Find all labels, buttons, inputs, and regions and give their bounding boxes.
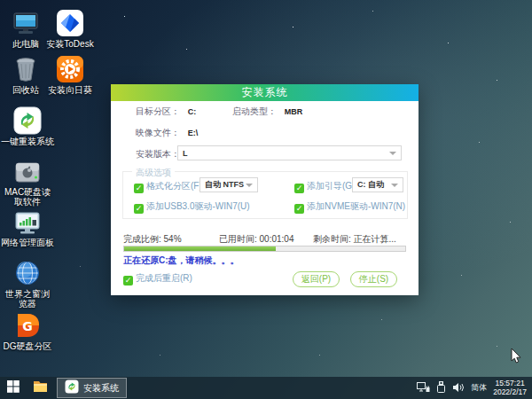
wallpaper-stars <box>0 0 1 1</box>
browser-globe-icon <box>13 257 42 287</box>
format-partition-checkbox[interactable]: ✓格式化分区(F): <box>134 180 205 193</box>
progress-fill <box>124 246 276 251</box>
windows-logo-icon <box>7 380 20 396</box>
desktop-icon-install-sunflower[interactable]: 安装向日葵 <box>43 53 97 95</box>
start-button[interactable] <box>0 377 27 399</box>
desktop-icon-label: 安装ToDesk <box>46 39 93 49</box>
taskbar-task-label: 安装系统 <box>83 382 119 395</box>
taskbar-active-task[interactable]: 安装系统 <box>57 378 127 398</box>
progress-bar <box>123 246 406 252</box>
desktop-icon-install-todesk[interactable]: 安装ToDesk <box>43 7 97 49</box>
checkbox-checked-icon: ✓ <box>123 276 133 286</box>
boot-type-value: MBR <box>285 107 303 116</box>
desktop-icon-label: 世界之窗浏览器 <box>2 289 53 309</box>
stop-button[interactable]: 停止(S) <box>350 271 397 287</box>
desktop-icon-mac-disk-reader[interactable]: MAC硬盘读取软件 <box>2 155 53 207</box>
reboot-after-checkbox[interactable]: ✓完成后重启(R) <box>123 272 192 286</box>
checkbox-checked-icon: ✓ <box>134 204 144 214</box>
progress-elapsed-label: 已用时间: 00:01:04 <box>219 233 293 246</box>
desktop-icon-network-panel[interactable]: 网络管理面板 <box>0 206 55 247</box>
desktop-icon-onekey-reinstall[interactable]: 一键重装系统 <box>0 105 55 146</box>
network-icon[interactable] <box>417 380 430 396</box>
recycle-bin-icon <box>12 53 39 83</box>
network-panel-icon <box>13 206 42 236</box>
checkbox-checked-icon: ✓ <box>134 184 144 193</box>
sunflower-icon <box>56 53 84 83</box>
desktop-icon-label: 一键重装系统 <box>1 137 54 146</box>
installer-app-icon <box>65 379 79 397</box>
target-partition-label: 目标分区： <box>136 106 180 116</box>
boot-type-row: 启动类型： MBR <box>232 106 302 118</box>
install-system-dialog: 安装系统 目标分区： C: 启动类型： MBR 映像文件： E:\ 安装版本： … <box>111 84 419 295</box>
mouse-cursor <box>511 348 522 368</box>
diskgenius-icon: G <box>14 309 41 340</box>
chevron-down-icon <box>246 184 253 187</box>
checkbox-checked-icon: ✓ <box>294 184 304 193</box>
format-type-select[interactable]: 自动 NTFS <box>200 177 258 192</box>
image-file-label: 映像文件： <box>136 128 180 137</box>
desktop-icon-this-pc[interactable]: 此电脑 <box>2 7 50 49</box>
install-version-label: 安装版本： <box>136 148 180 160</box>
boot-target-select[interactable]: C: 自动 <box>352 177 403 192</box>
this-pc-icon <box>12 7 40 37</box>
checkbox-checked-icon: ✓ <box>294 204 304 214</box>
boot-type-label: 启动类型： <box>232 106 277 116</box>
install-version-value: L <box>183 149 188 158</box>
mac-disk-icon <box>13 155 42 185</box>
clock-date: 2022/2/17 <box>493 388 527 397</box>
advanced-options-legend: 高级选项 <box>132 167 175 179</box>
desktop-icon-label: DG硬盘分区 <box>4 341 52 351</box>
target-partition-value: C: <box>188 107 197 116</box>
usb3-driver-checkbox[interactable]: ✓添加USB3.0驱动-WIN7(U) <box>134 200 250 214</box>
restore-status-text: 正在还原C:盘，请稍候。。。 <box>123 254 239 267</box>
ime-indicator[interactable]: 简体 <box>471 382 487 394</box>
chevron-down-icon <box>391 184 398 187</box>
chevron-down-icon <box>389 152 396 155</box>
svg-text:G: G <box>22 319 33 333</box>
install-version-select[interactable]: L <box>177 145 402 160</box>
taskbar-clock[interactable]: 15:57:21 2022/2/17 <box>493 379 527 396</box>
desktop-wallpaper: 此电脑 安装ToDesk 回收站 安装向日葵 一键重装系统 MAC硬盘读取软件 <box>0 0 532 399</box>
taskbar: 安装系统 简体 15:57:21 2022/2/17 <box>0 377 532 399</box>
desktop-icon-label: 网络管理面板 <box>1 238 54 247</box>
add-boot-checkbox[interactable]: ✓添加引导(G): <box>294 180 357 193</box>
image-file-value: E:\ <box>188 129 199 137</box>
desktop-icon-recycle-bin[interactable]: 回收站 <box>2 53 50 95</box>
folder-icon <box>33 380 48 396</box>
usb-device-icon[interactable] <box>436 380 446 396</box>
nvme-driver-checkbox[interactable]: ✓添加NVME驱动-WIN7(N) <box>294 200 405 214</box>
advanced-options-group: 高级选项 ✓格式化分区(F): 自动 NTFS ✓添加引导(G): C: 自动 … <box>122 171 408 219</box>
dialog-titlebar[interactable]: 安装系统 <box>111 84 419 101</box>
desktop-icon-label: MAC硬盘读取软件 <box>2 187 53 207</box>
progress-remaining-label: 剩余时间: 正在计算... <box>313 233 396 246</box>
back-button[interactable]: 返回(P) <box>293 271 340 287</box>
image-file-row: 映像文件： E:\ <box>136 127 198 139</box>
desktop-icon-dg-partition[interactable]: G DG硬盘分区 <box>2 309 53 351</box>
target-partition-row: 目标分区： C: <box>136 106 196 118</box>
volume-icon[interactable] <box>452 380 465 396</box>
desktop-icon-world-window-browser[interactable]: 世界之窗浏览器 <box>2 257 53 309</box>
system-tray: 简体 15:57:21 2022/2/17 <box>417 379 532 396</box>
todesk-icon <box>56 7 84 37</box>
desktop-icon-label: 此电脑 <box>12 39 39 49</box>
onekey-reinstall-icon <box>13 105 42 135</box>
desktop-icon-label: 回收站 <box>12 85 39 95</box>
desktop-icon-label: 安装向日葵 <box>48 85 92 95</box>
file-explorer-button[interactable] <box>27 377 53 399</box>
progress-completion-label: 完成比例: 54% <box>123 233 182 246</box>
dialog-title: 安装系统 <box>242 86 288 98</box>
